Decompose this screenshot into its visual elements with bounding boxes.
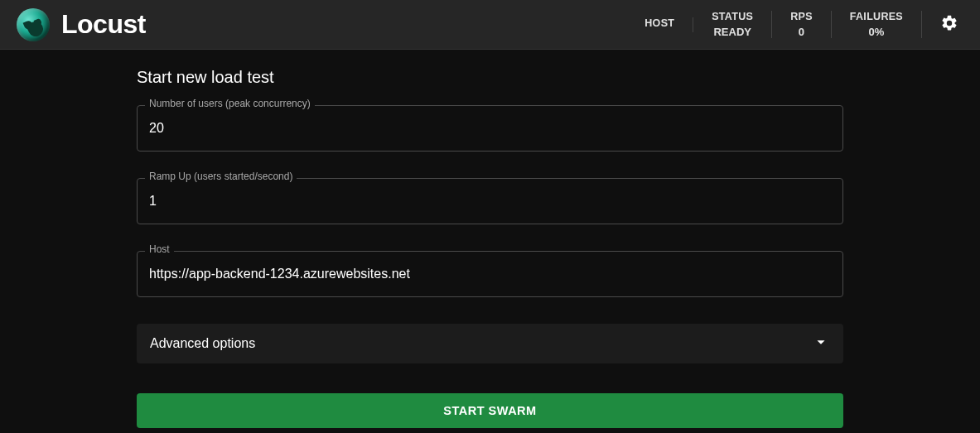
stat-host: HOST <box>626 17 693 32</box>
settings-button[interactable] <box>935 11 963 39</box>
ramp-up-field: Ramp Up (users started/second) <box>137 178 843 224</box>
users-field: Number of users (peak concurrency) <box>137 105 843 152</box>
users-input[interactable] <box>137 105 843 152</box>
gear-icon <box>940 14 958 36</box>
stat-failures-value: 0% <box>850 26 903 38</box>
host-input[interactable] <box>137 251 843 297</box>
page-title: Start new load test <box>137 68 843 87</box>
advanced-options-label: Advanced options <box>150 336 255 351</box>
stat-status: STATUS READY <box>693 11 772 38</box>
stat-rps-value: 0 <box>790 26 813 38</box>
stats: HOST STATUS READY RPS 0 FAILURES 0% <box>626 11 963 39</box>
advanced-options-toggle[interactable]: Advanced options <box>137 324 843 363</box>
ramp-up-label: Ramp Up (users started/second) <box>145 171 297 182</box>
locust-logo-icon <box>17 8 50 41</box>
stat-status-label: STATUS <box>712 11 753 22</box>
stat-failures: FAILURES 0% <box>832 11 922 38</box>
stat-rps: RPS 0 <box>772 11 832 38</box>
host-field: Host <box>137 251 843 297</box>
brand: Locust <box>17 8 146 41</box>
stat-failures-label: FAILURES <box>850 11 903 22</box>
chevron-down-icon <box>812 333 830 354</box>
stat-rps-label: RPS <box>790 11 813 22</box>
users-label: Number of users (peak concurrency) <box>145 98 315 109</box>
stat-status-value: READY <box>712 26 753 38</box>
topbar: Locust HOST STATUS READY RPS 0 FAILURES … <box>0 0 980 50</box>
ramp-up-input[interactable] <box>137 178 843 224</box>
brand-name: Locust <box>61 9 146 40</box>
start-swarm-button[interactable]: START SWARM <box>137 393 843 428</box>
content: Start new load test Number of users (pea… <box>137 50 843 428</box>
host-label: Host <box>145 243 174 255</box>
stat-host-label: HOST <box>644 17 674 29</box>
